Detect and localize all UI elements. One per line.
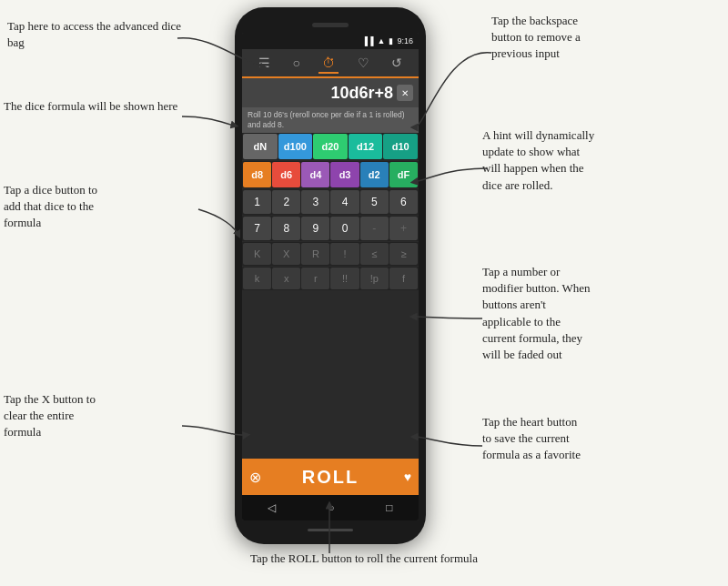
dice-d6-button[interactable]: d6 [272, 162, 300, 187]
phone-bottom-bar [242, 524, 419, 535]
phone-system-nav: ◁ ○ □ [242, 495, 419, 520]
annotation-mid-left-2: Tap a dice button toadd that dice to the… [4, 182, 204, 232]
num-0-button[interactable]: 0 [330, 217, 359, 240]
backspace-button[interactable]: ✕ [397, 85, 413, 101]
roll-bar: ⊗ ROLL ♥ [242, 459, 419, 495]
mod-leq-button[interactable]: ≤ [360, 243, 389, 265]
mod-row-1: K X R ! ≤ ≥ [242, 242, 419, 266]
tab-dice[interactable]: ○ [288, 54, 303, 72]
num-3-button[interactable]: 3 [301, 190, 329, 214]
num-row-2: 7 8 9 0 - + [242, 216, 419, 241]
hint-bar: Roll 10 d6's (reroll once per die if a 1… [242, 107, 419, 133]
annotation-top-left: Tap here to access the advanced dice bag [7, 18, 189, 51]
phone-top-bar [242, 16, 419, 33]
phone-speaker [312, 23, 349, 27]
clear-formula-button[interactable]: ⊗ [249, 469, 261, 486]
num-1-button[interactable]: 1 [243, 190, 271, 214]
mod-geq-button[interactable]: ≥ [389, 243, 418, 265]
plus-button[interactable]: + [389, 217, 418, 240]
mod-R-button[interactable]: R [301, 243, 329, 265]
back-button[interactable]: ◁ [268, 501, 276, 514]
dice-d4-button[interactable]: d4 [301, 162, 329, 187]
wifi-icon: ▲ [378, 36, 386, 45]
dice-d12-button[interactable]: d12 [349, 134, 383, 159]
num-7-button[interactable]: 7 [243, 217, 271, 240]
annotation-right-2: Tap a number ormodifier button. Whenbutt… [482, 264, 723, 363]
num-2-button[interactable]: 2 [272, 190, 300, 214]
home-button[interactable]: ○ [328, 501, 334, 514]
dice-row-2: d8 d6 d4 d3 d2 dF [242, 161, 419, 188]
nav-tabs: ☰ ○ ⏱ ♡ ↺ [242, 49, 419, 78]
annotation-bottom-right: Tap the heart buttonto save the currentf… [482, 414, 714, 464]
num-5-button[interactable]: 5 [360, 190, 389, 214]
favorite-button[interactable]: ♥ [404, 470, 411, 484]
tab-recent[interactable]: ↺ [388, 54, 406, 72]
mod-K-button[interactable]: K [243, 243, 271, 265]
recents-button[interactable]: □ [386, 501, 392, 514]
mod-k-button[interactable]: k [243, 268, 271, 289]
num-9-button[interactable]: 9 [301, 217, 329, 240]
num-8-button[interactable]: 8 [272, 217, 300, 240]
mod-x-button[interactable]: x [272, 268, 300, 289]
dice-row-1: dN d100 d20 d12 d10 [242, 133, 419, 160]
tab-history[interactable]: ⏱ [318, 54, 339, 74]
dice-d3-button[interactable]: d3 [330, 162, 359, 187]
home-indicator [308, 529, 353, 531]
signal-icon: ▐▐ [362, 36, 374, 45]
dice-d100-button[interactable]: d100 [278, 134, 313, 159]
roll-button[interactable]: ROLL [302, 467, 359, 488]
formula-bar: 10d6r+8 ✕ [242, 78, 419, 107]
mod-doubleexclaim-button[interactable]: !! [330, 268, 359, 289]
phone-device: ▐▐ ▲ ▮ 9:16 ☰ ○ ⏱ ♡ ↺ 10d6r+8 ✕ Roll 10 … [235, 7, 426, 544]
annotation-mid-right: A hint will dynamicallyupdate to show wh… [482, 127, 719, 194]
annotation-bottom-left: Tap the X button toclear the entireformu… [4, 391, 204, 441]
mod-exclaimp-button[interactable]: !p [360, 268, 389, 289]
formula-display: 10d6r+8 [248, 84, 393, 103]
dice-df-button[interactable]: dF [389, 162, 418, 187]
dice-d2-button[interactable]: d2 [360, 162, 389, 187]
annotation-top-right: Tap the backspacebutton to remove aprevi… [491, 13, 719, 63]
mod-r-button[interactable]: r [301, 268, 329, 289]
mod-exclaim-button[interactable]: ! [330, 243, 359, 265]
tab-menu[interactable]: ☰ [255, 54, 274, 72]
num-row-1: 1 2 3 4 5 6 [242, 189, 419, 215]
mod-f-button[interactable]: f [389, 268, 418, 289]
annotation-bottom-center: Tap the ROLL button to roll the current … [191, 551, 537, 567]
dice-d10-button[interactable]: d10 [383, 134, 418, 159]
dice-dn-button[interactable]: dN [243, 134, 278, 159]
annotation-mid-left-1: The dice formula will be shown here [4, 98, 195, 115]
num-6-button[interactable]: 6 [389, 190, 418, 214]
status-bar: ▐▐ ▲ ▮ 9:16 [242, 33, 419, 49]
dice-d8-button[interactable]: d8 [243, 162, 271, 187]
num-4-button[interactable]: 4 [330, 190, 359, 214]
time-display: 9:16 [397, 36, 413, 45]
mod-X-button[interactable]: X [272, 243, 300, 265]
tab-favorites[interactable]: ♡ [354, 54, 373, 72]
phone-screen: ▐▐ ▲ ▮ 9:16 ☰ ○ ⏱ ♡ ↺ 10d6r+8 ✕ Roll 10 … [242, 33, 419, 520]
mod-row-2: k x r !! !p f [242, 267, 419, 290]
hint-text: Roll 10 d6's (reroll once per die if a 1… [248, 110, 413, 130]
battery-icon: ▮ [389, 36, 393, 45]
minus-button[interactable]: - [360, 217, 389, 240]
dice-d20-button[interactable]: d20 [313, 134, 348, 159]
